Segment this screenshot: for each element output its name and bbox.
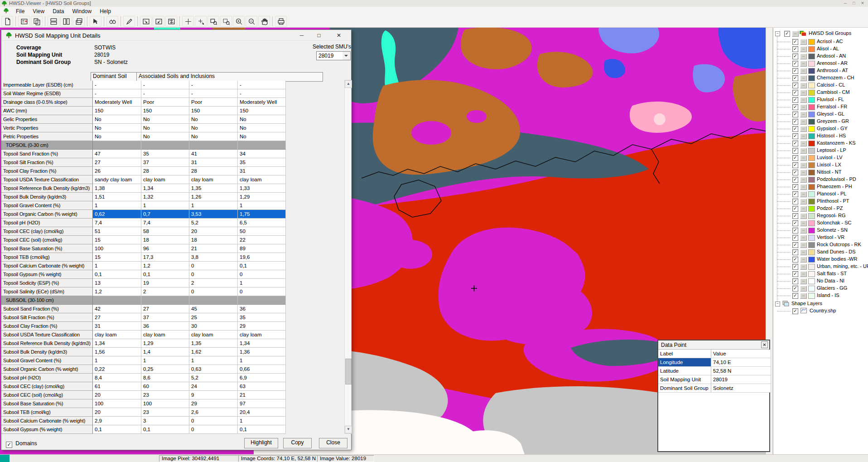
row-value[interactable] <box>238 296 286 305</box>
data-point-label[interactable]: Dominant Soil Group <box>658 384 711 393</box>
table-row[interactable]: Topsoil Reference Bulk Density (kg/dm3)1… <box>1 184 286 193</box>
row-value[interactable]: 34 <box>238 150 286 158</box>
layer-options-button[interactable]: ... <box>800 184 807 190</box>
layer-visibility-checkbox[interactable]: ✓ <box>792 242 798 248</box>
row-value[interactable]: 18 <box>189 236 238 244</box>
data-point-label[interactable]: Latitude <box>658 367 711 375</box>
row-value[interactable]: 1,35 <box>189 184 238 193</box>
layer-options-button[interactable]: ... <box>800 61 807 67</box>
legend-item-label[interactable]: Anthrosol - AT <box>817 68 848 73</box>
layer-options-button[interactable]: ... <box>800 206 807 212</box>
layer-options-button[interactable]: ... <box>800 112 807 117</box>
dialog-maximize-button[interactable]: □ <box>312 30 326 40</box>
row-value[interactable]: 0 <box>189 270 238 279</box>
legend-item-label[interactable]: Alisol - AL <box>817 46 839 51</box>
table-row[interactable]: Impermeable Layer (ESDB) (cm)---- <box>1 81 286 89</box>
row-value[interactable]: 89 <box>238 244 286 253</box>
row-value[interactable] <box>189 141 238 150</box>
row-value[interactable]: 3,8 <box>189 253 238 262</box>
layer-options-button[interactable]: ... <box>800 75 807 81</box>
row-value[interactable] <box>141 141 189 150</box>
legend-color-swatch[interactable] <box>808 177 815 183</box>
layer-options-button[interactable]: ... <box>800 90 807 96</box>
row-value[interactable]: 2 <box>189 279 238 287</box>
row-value[interactable]: 47 <box>93 150 141 158</box>
row-value[interactable]: 0,1 <box>93 425 141 434</box>
legend-item-label[interactable]: Luvisol - LV <box>817 155 843 160</box>
shape-layers-label[interactable]: Shape Layers <box>791 301 822 306</box>
layer-visibility-checkbox[interactable]: ✓ <box>792 271 798 277</box>
table-row[interactable]: Topsoil Bulk Density (kg/dm3)1,511,321,2… <box>1 193 286 201</box>
new-document-button[interactable] <box>1 16 13 27</box>
row-value[interactable]: 35 <box>238 158 286 167</box>
row-value[interactable]: 0,1 <box>238 425 286 434</box>
row-value[interactable]: - <box>141 81 189 89</box>
layer-options-button[interactable]: ... <box>800 242 807 248</box>
layer-visibility-checkbox[interactable]: ✓ <box>792 53 798 59</box>
row-value[interactable]: 97 <box>238 399 286 408</box>
legend-color-swatch[interactable] <box>808 191 815 197</box>
layer-visibility-checkbox[interactable]: ✓ <box>792 170 798 175</box>
row-value[interactable]: 2,9 <box>93 417 141 425</box>
row-value[interactable]: 9 <box>189 391 238 399</box>
legend-color-swatch[interactable] <box>808 184 815 190</box>
zoom-area-button[interactable] <box>220 16 232 27</box>
layer-visibility-checkbox[interactable]: ✓ <box>792 126 798 132</box>
row-value[interactable]: 37 <box>141 158 189 167</box>
layer-options-button[interactable]: ... <box>800 257 807 263</box>
table-row[interactable]: AWC (mm)150150150150 <box>1 107 286 115</box>
legend-item-label[interactable]: Histosol - HS <box>817 133 846 138</box>
table-row[interactable]: Subsoil Gravel Content (%)1111 <box>1 356 286 365</box>
legend-color-swatch[interactable] <box>808 257 815 263</box>
layer-visibility-checkbox[interactable]: ✓ <box>792 133 798 139</box>
row-value[interactable]: 37 <box>141 313 189 322</box>
legend-color-swatch[interactable] <box>808 119 815 125</box>
row-value[interactable]: 0 <box>189 425 238 434</box>
tree-collapse-icon[interactable]: − <box>775 302 780 306</box>
layer-options-button[interactable]: ... <box>800 148 807 154</box>
table-row[interactable]: Subsoil Reference Bulk Density (kg/dm3)1… <box>1 339 286 348</box>
map-region-solonetz-lobe1[interactable] <box>389 240 432 269</box>
layer-options-button[interactable]: ... <box>800 68 807 74</box>
row-value[interactable]: No <box>93 132 141 141</box>
row-value[interactable]: 20 <box>93 408 141 417</box>
legend-item-label[interactable]: Gypsisol - GY <box>817 126 848 131</box>
layer-visibility-checkbox[interactable]: ✓ <box>792 104 798 110</box>
row-value[interactable]: 19 <box>141 279 189 287</box>
layer-visibility-checkbox[interactable]: ✓ <box>792 199 798 204</box>
row-value[interactable]: 28 <box>141 167 189 175</box>
row-value[interactable]: 150 <box>189 107 238 115</box>
row-value[interactable]: 1 <box>189 356 238 365</box>
data-point-row[interactable]: Dominant Soil GroupSolonetz <box>658 384 771 393</box>
legend-item-label[interactable]: Phaeozem - PH <box>817 184 852 189</box>
row-value[interactable]: 8,4 <box>93 374 141 382</box>
find-button[interactable] <box>106 16 118 27</box>
legend-color-swatch[interactable] <box>808 126 815 132</box>
legend-color-swatch[interactable] <box>808 271 815 277</box>
row-value[interactable] <box>93 141 141 150</box>
layer-options-button[interactable]: ... <box>800 293 807 299</box>
layer-visibility-checkbox[interactable]: ✓ <box>792 39 798 45</box>
layer-visibility-checkbox[interactable]: ✓ <box>792 46 798 52</box>
layer-options-button[interactable]: ... <box>800 228 807 233</box>
layer-options-button[interactable]: ... <box>800 249 807 255</box>
row-value[interactable]: 29 <box>238 322 286 331</box>
row-value[interactable]: 26 <box>93 167 141 175</box>
domains-checkbox-box[interactable]: ✓ <box>6 442 12 448</box>
legend-color-swatch[interactable] <box>808 133 815 139</box>
legend-color-swatch[interactable] <box>808 293 815 299</box>
legend-item-label[interactable]: Solonchak - SC <box>817 220 851 225</box>
row-value[interactable]: - <box>93 89 141 98</box>
row-value[interactable]: No <box>189 124 238 132</box>
row-value[interactable]: 0,1 <box>141 270 189 279</box>
row-value[interactable]: clay loam <box>189 331 238 339</box>
row-value[interactable]: 150 <box>93 107 141 115</box>
layer-visibility-checkbox[interactable]: ✓ <box>792 213 798 219</box>
row-value[interactable]: 1,34 <box>93 339 141 348</box>
row-value[interactable]: Moderately Well <box>238 98 286 107</box>
layer-visibility-checkbox[interactable]: ✓ <box>792 249 798 255</box>
row-value[interactable]: 0,25 <box>141 365 189 374</box>
row-value[interactable]: No <box>238 124 286 132</box>
row-value[interactable]: 31 <box>93 322 141 331</box>
tree-collapse-icon[interactable]: − <box>775 31 780 36</box>
